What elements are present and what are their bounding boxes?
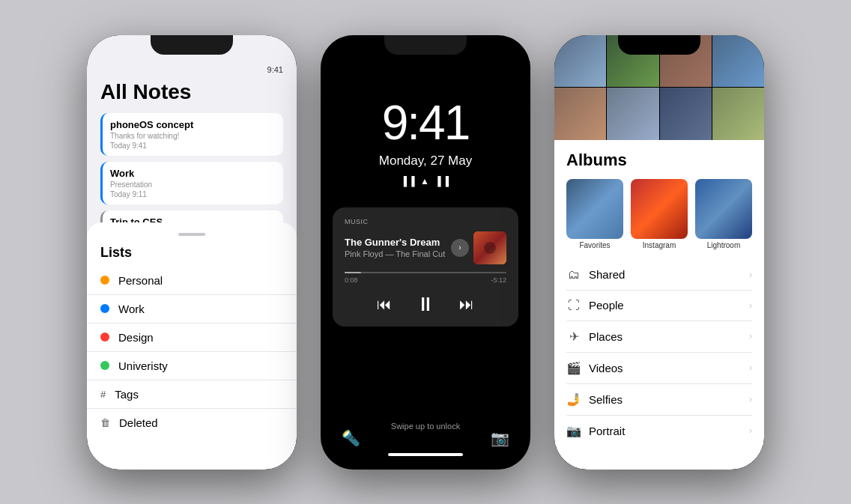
note-card-1[interactable]: phoneOS concept Thanks for watching! Tod…: [100, 113, 283, 156]
chevron-selfies: ›: [749, 394, 752, 404]
phone1-status-time: 9:41: [100, 65, 283, 74]
progress-start: 0:08: [345, 276, 358, 284]
photo-cell-7[interactable]: [660, 88, 712, 140]
lock-time: 9:41: [321, 95, 530, 151]
list-item-work[interactable]: Work: [87, 295, 297, 324]
svg-point-1: [484, 242, 496, 254]
album-favorites[interactable]: Favorites: [566, 179, 623, 249]
song-title: The Gunner's Dream: [345, 237, 445, 248]
phone-3: Albums Favorites Instagram Lightroom 🗂 S…: [554, 35, 764, 470]
album-label-favorites: Favorites: [566, 241, 623, 249]
albums-title: Albums: [566, 151, 752, 170]
albums-panel: Albums Favorites Instagram Lightroom 🗂 S…: [554, 140, 764, 446]
song-artist: Pink Floyd — The Final Cut: [345, 249, 445, 258]
chevron-shared: ›: [749, 270, 752, 280]
selfies-icon: 🤳: [566, 392, 581, 407]
phone-2: 9:41 Monday, 27 May ▐▐ ▲ ▐▐ Music The Gu…: [321, 35, 530, 470]
album-list-places[interactable]: ✈ Places ›: [566, 321, 752, 353]
lock-date: Monday, 27 May: [321, 154, 530, 168]
list-item-design[interactable]: Design: [87, 324, 297, 352]
album-label-shared: Shared: [589, 268, 742, 281]
album-instagram[interactable]: Instagram: [631, 179, 688, 249]
music-text: The Gunner's Dream Pink Floyd — The Fina…: [345, 237, 445, 258]
list-item-personal[interactable]: Personal: [87, 267, 297, 295]
fastforward-button[interactable]: ⏭: [459, 296, 474, 313]
album-list-people[interactable]: ⛶ People ›: [566, 291, 752, 321]
photo-cell-4[interactable]: [712, 35, 764, 88]
album-label-portrait: Portrait: [589, 425, 742, 437]
people-icon: ⛶: [566, 299, 581, 312]
tags-icon: #: [100, 389, 106, 400]
music-right-controls: ›: [451, 231, 506, 264]
music-info-row: The Gunner's Dream Pink Floyd — The Fina…: [345, 231, 506, 264]
album-thumb-favorites[interactable]: [566, 179, 623, 239]
notes-title: All Notes: [100, 80, 283, 104]
music-player-card[interactable]: Music The Gunner's Dream Pink Floyd — Th…: [333, 207, 518, 327]
pause-button[interactable]: ⏸: [416, 293, 435, 316]
photo-cell-1[interactable]: [554, 35, 606, 88]
list-label-university: Univeristy: [118, 359, 168, 372]
note-card-2[interactable]: Work Presentation Today 9:11: [100, 162, 283, 204]
lists-title: Lists: [87, 245, 297, 267]
album-list-portrait[interactable]: 📷 Portrait ›: [566, 416, 752, 446]
photos-screen: Albums Favorites Instagram Lightroom 🗂 S…: [554, 35, 764, 470]
list-label-personal: Personal: [118, 274, 163, 287]
list-label-deleted: Deleted: [119, 416, 158, 429]
note-title-1: phoneOS concept: [110, 119, 276, 130]
photo-cell-6[interactable]: [607, 88, 658, 140]
photo-cell-5[interactable]: [554, 88, 606, 140]
album-art: [473, 231, 506, 264]
work-dot: [100, 304, 109, 313]
music-controls: ⏮ ⏸ ⏭: [345, 293, 506, 316]
album-thumbnails-row: Favorites Instagram Lightroom: [566, 179, 752, 249]
lockscreen: 9:41 Monday, 27 May ▐▐ ▲ ▐▐ Music The Gu…: [321, 35, 530, 470]
note-sub-2: Presentation: [110, 180, 276, 189]
chevron-videos: ›: [749, 362, 752, 373]
flashlight-icon[interactable]: 🔦: [342, 429, 360, 447]
trash-icon: 🗑: [100, 417, 110, 428]
design-dot: [100, 333, 109, 341]
album-list-videos[interactable]: 🎬 Videos ›: [566, 353, 752, 384]
list-label-tags: Tags: [115, 388, 139, 401]
rewind-button[interactable]: ⏮: [377, 296, 392, 313]
note-date-1: Today 9:41: [110, 142, 276, 150]
progress-end: -5:12: [491, 276, 506, 284]
album-list-shared[interactable]: 🗂 Shared ›: [566, 260, 752, 291]
music-app-label: Music: [345, 218, 506, 225]
notes-screen: 9:41 All Notes phoneOS concept Thanks fo…: [87, 35, 297, 470]
notch-2: [384, 35, 467, 55]
note-sub-1: Thanks for watching!: [110, 132, 276, 140]
album-thumb-lightroom[interactable]: [695, 179, 752, 239]
album-label-people: People: [589, 299, 742, 312]
personal-dot: [100, 276, 109, 285]
videos-icon: 🎬: [566, 361, 581, 375]
progress-times: 0:08 -5:12: [345, 276, 506, 284]
album-label-selfies: Selfies: [589, 393, 742, 406]
lists-panel: Lists Personal Work Design Univeristy # …: [87, 222, 297, 470]
phone-1: 9:41 All Notes phoneOS concept Thanks fo…: [87, 35, 297, 470]
progress-bar[interactable]: [345, 272, 506, 273]
camera-icon[interactable]: 📷: [491, 429, 509, 447]
notch-3: [618, 35, 700, 55]
lock-bottom-bar: 🔦 📷: [321, 429, 530, 447]
photo-cell-8[interactable]: [712, 88, 764, 140]
album-lightroom[interactable]: Lightroom: [695, 179, 752, 249]
list-item-university[interactable]: Univeristy: [87, 352, 297, 380]
list-item-deleted[interactable]: 🗑 Deleted: [87, 409, 297, 437]
list-item-tags[interactable]: # Tags: [87, 380, 297, 409]
list-label-work: Work: [118, 303, 145, 315]
note-date-2: Today 9:11: [110, 190, 276, 198]
note-title-2: Work: [110, 168, 276, 179]
album-label-lightroom: Lightroom: [695, 241, 752, 249]
sheet-handle: [178, 233, 205, 236]
shared-icon: 🗂: [566, 268, 581, 282]
album-label-places: Places: [589, 330, 742, 343]
list-label-design: Design: [118, 331, 154, 344]
home-bar: [388, 453, 463, 456]
album-label-instagram: Instagram: [631, 241, 688, 249]
album-list-selfies[interactable]: 🤳 Selfies ›: [566, 384, 752, 416]
chevron-places: ›: [749, 331, 752, 341]
album-thumb-instagram[interactable]: [631, 179, 688, 239]
lock-status-icons: ▐▐ ▲ ▐▐: [321, 176, 530, 186]
expand-icon[interactable]: ›: [451, 239, 469, 257]
